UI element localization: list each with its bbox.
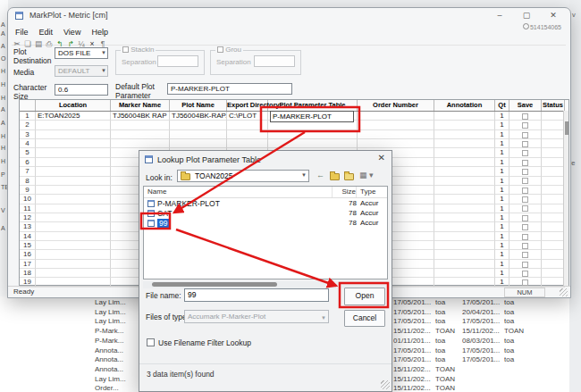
grid-cell[interactable]: 13 [20, 222, 36, 231]
grid-cell[interactable] [509, 213, 542, 222]
dialog-resize-grip[interactable] [381, 380, 390, 389]
grid-cell[interactable] [542, 139, 565, 148]
grid-cell[interactable]: 15 [20, 241, 36, 250]
new-folder-icon[interactable] [344, 173, 354, 180]
default-table-input[interactable]: P-MARKER-PLOT [167, 83, 292, 95]
grid-cell[interactable] [542, 112, 565, 121]
grid-cell[interactable]: 8 [20, 177, 36, 186]
save-checkbox[interactable] [522, 141, 528, 147]
grid-cell[interactable]: 18 [20, 269, 36, 278]
file-list-item[interactable]: P-MARKER-PLOT78Accur [144, 198, 387, 208]
grid-cell[interactable]: 2 [20, 121, 36, 129]
grid-cell[interactable] [434, 139, 495, 148]
grid-cell[interactable] [434, 222, 495, 231]
grid-cell[interactable] [434, 177, 495, 186]
grid-cell[interactable]: TJ56004BK RAP [111, 112, 170, 121]
grid-header-save[interactable]: Save [509, 100, 542, 111]
grid-cell[interactable] [227, 139, 268, 148]
grid-cell[interactable]: TJ56004BK-RAP. [170, 112, 227, 121]
grid-cell[interactable] [509, 139, 542, 148]
grid-cell[interactable] [509, 222, 542, 231]
column-size[interactable]: Size [332, 187, 356, 197]
grid-cell[interactable] [542, 269, 565, 278]
grid-cell[interactable]: 1 [495, 250, 509, 259]
grid-cell[interactable] [509, 186, 542, 195]
grid-cell[interactable] [36, 222, 111, 231]
grid-cell[interactable]: 10 [20, 195, 36, 204]
grid-cell[interactable]: 1 [495, 130, 509, 139]
file-list-item[interactable]: 9978Accur [144, 218, 387, 228]
grid-cell[interactable]: 17 [20, 260, 36, 269]
grid-cell[interactable] [542, 250, 565, 259]
grid-cell[interactable] [36, 232, 111, 241]
grid-cell[interactable] [542, 148, 565, 157]
resize-grip[interactable] [560, 288, 568, 296]
grid-header-marker-name[interactable]: Marker Name [111, 100, 170, 111]
minimize-button[interactable]: – [490, 9, 509, 21]
grid-cell[interactable]: 6 [20, 158, 36, 167]
file-list-header[interactable]: Name Size Type [144, 187, 387, 198]
grid-cell[interactable] [434, 269, 495, 278]
grid-cell[interactable] [36, 250, 111, 259]
grid-cell[interactable] [268, 130, 358, 139]
grid-cell[interactable]: 14 [20, 232, 36, 241]
grid-cell[interactable] [36, 148, 111, 157]
grid-cell[interactable] [434, 167, 495, 176]
grid-cell[interactable] [434, 130, 495, 139]
save-checkbox[interactable] [522, 178, 528, 184]
grid-cell[interactable]: 1 [495, 158, 509, 167]
cancel-button[interactable]: Cancel [344, 310, 385, 327]
up-one-level-icon[interactable] [330, 173, 340, 180]
grid-cell[interactable] [36, 121, 111, 129]
grid-cell[interactable] [542, 213, 565, 222]
save-checkbox[interactable] [522, 196, 528, 203]
grid-cell[interactable] [509, 112, 542, 121]
grid-cell[interactable]: 1 [495, 241, 509, 250]
grid-cell[interactable] [542, 232, 565, 241]
grid-cell[interactable] [36, 186, 111, 195]
grid-cell[interactable]: 1 [495, 112, 509, 121]
grid-header-status[interactable]: Status [542, 100, 565, 111]
grid-cell[interactable] [434, 204, 495, 213]
grid-cell[interactable]: 1 [20, 112, 36, 121]
grid-cell[interactable] [542, 195, 565, 204]
grid-cell[interactable]: 11 [20, 204, 36, 213]
grid-cell[interactable]: 1 [495, 222, 509, 231]
save-checkbox[interactable] [522, 169, 528, 175]
grid-cell[interactable]: 3 [20, 130, 36, 139]
table-row[interactable]: 41 [20, 139, 568, 148]
save-checkbox[interactable] [522, 132, 528, 138]
grid-cell[interactable] [542, 177, 565, 186]
save-checkbox[interactable] [522, 122, 528, 129]
grid-cell[interactable]: 1 [495, 186, 509, 195]
grid-cell[interactable] [170, 139, 227, 148]
grid-cell[interactable]: 1 [495, 260, 509, 269]
grid-cell[interactable] [509, 121, 542, 129]
grid-cell[interactable] [509, 269, 542, 278]
save-checkbox[interactable] [522, 271, 528, 277]
grid-cell[interactable] [509, 232, 542, 241]
scrollbar-thumb[interactable] [565, 121, 568, 135]
grid-header-order-number[interactable]: Order Number [358, 100, 434, 111]
view-menu-icon[interactable]: ▦ ▾ [359, 171, 374, 179]
grid-cell[interactable] [542, 241, 565, 250]
grid-cell[interactable] [36, 195, 111, 204]
dialog-close-icon[interactable]: ✕ [378, 153, 385, 163]
grid-cell[interactable] [36, 130, 111, 139]
table-row[interactable]: 31 [20, 130, 568, 139]
grid-cell[interactable]: 12 [20, 213, 36, 222]
grid-cell[interactable] [509, 130, 542, 139]
grid-cell[interactable]: 7 [20, 167, 36, 176]
filename-filter-checkbox[interactable] [147, 338, 155, 346]
grid-cell[interactable] [509, 148, 542, 157]
grid-cell[interactable] [36, 241, 111, 250]
grid-cell[interactable] [111, 130, 170, 139]
save-checkbox[interactable] [522, 243, 528, 249]
grid-cell[interactable] [36, 158, 111, 167]
grid-header-plot-name[interactable]: Plot Name [170, 100, 227, 111]
grid-cell[interactable] [542, 222, 565, 231]
open-button[interactable]: Open [344, 288, 385, 305]
save-checkbox[interactable] [522, 113, 528, 120]
plot-destination-select[interactable]: DOS FILE▼ [55, 47, 108, 59]
column-type[interactable]: Type [356, 187, 387, 197]
